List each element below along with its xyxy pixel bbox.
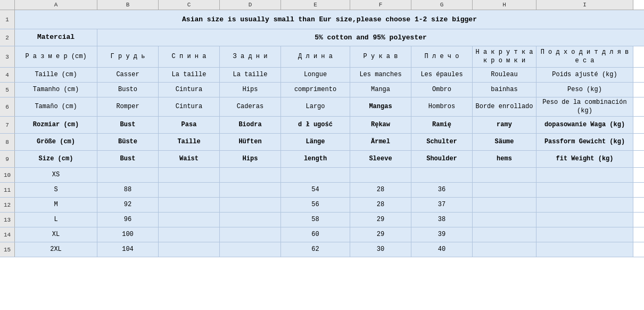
cell-11-f: 28 bbox=[350, 183, 411, 197]
cell-4-g: Les épaules bbox=[411, 68, 473, 82]
cell-14-e: 60 bbox=[281, 227, 350, 242]
table-row: 14 XL 100 60 29 39 bbox=[0, 227, 644, 242]
cell-15-h bbox=[473, 242, 536, 257]
cell-3-d: З а д н и bbox=[220, 46, 281, 67]
cell-13-e: 58 bbox=[281, 213, 350, 227]
table-row: 6 Tamaño (cm) Romper Cintura Caderas Lar… bbox=[0, 97, 644, 117]
row-num-13: 13 bbox=[0, 213, 15, 227]
cell-6-e: Largo bbox=[281, 97, 350, 116]
cell-7-f: Rękaw bbox=[350, 117, 411, 133]
cell-3-g: П л е ч о bbox=[411, 46, 473, 67]
table-row: 9 Size (cm) Bust Waist Hips length Sleev… bbox=[0, 151, 644, 168]
row-num-14: 14 bbox=[0, 227, 15, 242]
cell-5-c: Cintura bbox=[159, 83, 220, 97]
table-row: 13 L 96 58 29 38 bbox=[0, 213, 644, 227]
cell-12-b: 92 bbox=[97, 198, 159, 212]
cell-5-g: Ombro bbox=[411, 83, 473, 97]
cell-7-a: Rozmiar (cm) bbox=[15, 117, 97, 133]
cell-4-c: La taille bbox=[159, 68, 220, 82]
cell-5-e: comprimento bbox=[281, 83, 350, 97]
cell-12-i bbox=[536, 198, 633, 212]
cell-6-f: Mangas bbox=[350, 97, 411, 116]
table-row: 10 XS bbox=[0, 168, 644, 183]
cell-5-f: Manga bbox=[350, 83, 411, 97]
cell-11-c bbox=[159, 183, 220, 197]
cell-8-c: Taille bbox=[159, 134, 220, 150]
cell-4-b: Casser bbox=[97, 68, 159, 82]
cell-9-e: length bbox=[281, 151, 350, 167]
col-header-i: I bbox=[536, 0, 633, 10]
cell-11-a: S bbox=[15, 183, 97, 197]
cell-9-f: Sleeve bbox=[350, 151, 411, 167]
cell-9-d: Hips bbox=[220, 151, 281, 167]
cell-4-f: Les manches bbox=[350, 68, 411, 82]
cell-15-i bbox=[536, 242, 633, 257]
cell-8-g: Schulter bbox=[411, 134, 473, 150]
cell-10-h bbox=[473, 168, 536, 182]
cell-14-h bbox=[473, 227, 536, 242]
cell-6-i: Peso de la combinación (kg) bbox=[536, 97, 633, 116]
cell-7-i: dopasowanie Waga (kg) bbox=[536, 117, 633, 133]
cell-11-e: 54 bbox=[281, 183, 350, 197]
cell-2-merged: 5% cotton and 95% polyester bbox=[97, 29, 644, 46]
col-header-b: B bbox=[97, 0, 159, 10]
row-num-4: 4 bbox=[0, 68, 15, 82]
cell-13-a: L bbox=[15, 213, 97, 227]
cell-8-d: Hüften bbox=[220, 134, 281, 150]
cell-11-b: 88 bbox=[97, 183, 159, 197]
table-row: 1 Asian size is usually small than Eur s… bbox=[0, 10, 644, 29]
cell-14-a: XL bbox=[15, 227, 97, 242]
column-headers: A B C D E F G H I bbox=[0, 0, 644, 10]
cell-10-g bbox=[411, 168, 473, 182]
cell-8-h: Säume bbox=[473, 134, 536, 150]
cell-9-a: Size (cm) bbox=[15, 151, 97, 167]
cell-15-e: 62 bbox=[281, 242, 350, 257]
cell-5-i: Peso (kg) bbox=[536, 83, 633, 97]
cell-4-d: La taille bbox=[220, 68, 281, 82]
cell-6-g: Hombros bbox=[411, 97, 473, 116]
cell-3-b: Г р у д ь bbox=[97, 46, 159, 67]
table-row: 8 Größe (cm) Büste Taille Hüften Länge Ä… bbox=[0, 134, 644, 151]
cell-14-i bbox=[536, 227, 633, 242]
col-header-c: C bbox=[159, 0, 220, 10]
row-num-3: 3 bbox=[0, 46, 15, 67]
cell-11-i bbox=[536, 183, 633, 197]
cell-2-a: Matercial bbox=[15, 29, 97, 46]
cell-14-d bbox=[220, 227, 281, 242]
table-row: 3 Р а з м е р (cm) Г р у д ь С п и н а З… bbox=[0, 46, 644, 68]
cell-12-c bbox=[159, 198, 220, 212]
cell-12-f: 28 bbox=[350, 198, 411, 212]
row-num-11: 11 bbox=[0, 183, 15, 197]
cell-8-f: Ärmel bbox=[350, 134, 411, 150]
cell-10-f bbox=[350, 168, 411, 182]
cell-13-d bbox=[220, 213, 281, 227]
cell-13-h bbox=[473, 213, 536, 227]
cell-4-i: Poids ajusté (kg) bbox=[536, 68, 633, 82]
row-num-7: 7 bbox=[0, 117, 15, 133]
col-header-a: A bbox=[15, 0, 97, 10]
row-num-9: 9 bbox=[0, 151, 15, 167]
row-num-15: 15 bbox=[0, 242, 15, 257]
cell-4-h: Rouleau bbox=[473, 68, 536, 82]
cell-5-h: bainhas bbox=[473, 83, 536, 97]
cell-10-a: XS bbox=[15, 168, 97, 182]
cell-8-i: Passform Gewicht (kg) bbox=[536, 134, 633, 150]
cell-10-i bbox=[536, 168, 633, 182]
cell-15-g: 40 bbox=[411, 242, 473, 257]
cell-9-c: Waist bbox=[159, 151, 220, 167]
cell-4-a: Taille (cm) bbox=[15, 68, 97, 82]
col-header-e: E bbox=[281, 0, 350, 10]
cell-9-i: fit Weight (kg) bbox=[536, 151, 633, 167]
table-row: 5 Tamanho (cm) Busto Cintura Hips compri… bbox=[0, 83, 644, 97]
col-header-f: F bbox=[350, 0, 411, 10]
cell-12-h bbox=[473, 198, 536, 212]
cell-6-d: Caderas bbox=[220, 97, 281, 116]
cell-13-c bbox=[159, 213, 220, 227]
row-num-5: 5 bbox=[0, 83, 15, 97]
cell-15-f: 30 bbox=[350, 242, 411, 257]
cell-5-a: Tamanho (cm) bbox=[15, 83, 97, 97]
cell-15-b: 104 bbox=[97, 242, 159, 257]
cell-9-h: hems bbox=[473, 151, 536, 167]
table-row: 15 2XL 104 62 30 40 bbox=[0, 242, 644, 257]
cell-13-g: 38 bbox=[411, 213, 473, 227]
